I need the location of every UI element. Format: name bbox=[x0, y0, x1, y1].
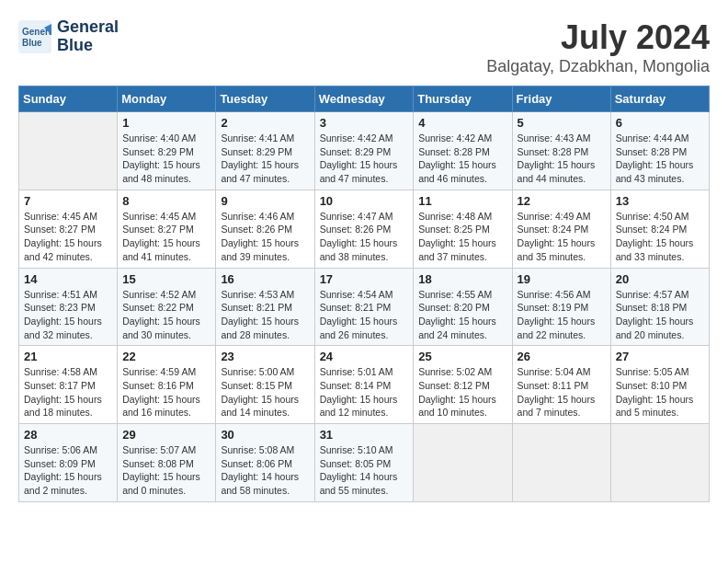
calendar-cell: 7Sunrise: 4:45 AM Sunset: 8:27 PM Daylig… bbox=[19, 190, 118, 268]
calendar-cell: 22Sunrise: 4:59 AM Sunset: 8:16 PM Dayli… bbox=[118, 346, 216, 424]
calendar-subtitle: Balgatay, Dzabkhan, Mongolia bbox=[486, 57, 710, 76]
calendar-cell bbox=[512, 424, 610, 502]
day-info: Sunrise: 4:50 AM Sunset: 8:24 PM Dayligh… bbox=[616, 210, 704, 264]
day-number: 10 bbox=[320, 194, 409, 208]
calendar-cell: 19Sunrise: 4:56 AM Sunset: 8:19 PM Dayli… bbox=[512, 268, 610, 346]
day-number: 15 bbox=[122, 272, 210, 286]
day-number: 18 bbox=[418, 272, 506, 286]
day-info: Sunrise: 4:42 AM Sunset: 8:28 PM Dayligh… bbox=[418, 132, 506, 186]
calendar-cell: 23Sunrise: 5:00 AM Sunset: 8:15 PM Dayli… bbox=[216, 346, 314, 424]
day-number: 11 bbox=[418, 194, 506, 208]
day-number: 7 bbox=[24, 194, 112, 208]
svg-rect-0 bbox=[18, 20, 51, 53]
day-number: 3 bbox=[320, 116, 409, 130]
day-info: Sunrise: 5:08 AM Sunset: 8:06 PM Dayligh… bbox=[221, 443, 309, 498]
calendar-week-1: 1Sunrise: 4:40 AM Sunset: 8:29 PM Daylig… bbox=[19, 112, 710, 190]
calendar-cell: 28Sunrise: 5:06 AM Sunset: 8:09 PM Dayli… bbox=[19, 424, 118, 502]
day-number: 4 bbox=[418, 116, 506, 130]
day-number: 8 bbox=[122, 194, 210, 208]
calendar-header: SundayMondayTuesdayWednesdayThursdayFrid… bbox=[19, 86, 710, 112]
calendar-cell: 29Sunrise: 5:07 AM Sunset: 8:08 PM Dayli… bbox=[118, 424, 216, 502]
calendar-cell bbox=[19, 112, 118, 190]
logo-icon: General Blue bbox=[18, 20, 51, 53]
logo: General Blue General Blue bbox=[18, 18, 119, 55]
day-info: Sunrise: 4:45 AM Sunset: 8:27 PM Dayligh… bbox=[122, 210, 210, 264]
day-info: Sunrise: 4:51 AM Sunset: 8:23 PM Dayligh… bbox=[24, 288, 112, 342]
day-number: 1 bbox=[122, 116, 210, 130]
calendar-body: 1Sunrise: 4:40 AM Sunset: 8:29 PM Daylig… bbox=[19, 112, 710, 502]
day-info: Sunrise: 5:10 AM Sunset: 8:05 PM Dayligh… bbox=[320, 443, 409, 498]
day-info: Sunrise: 5:01 AM Sunset: 8:14 PM Dayligh… bbox=[320, 365, 409, 419]
calendar-cell: 21Sunrise: 4:58 AM Sunset: 8:17 PM Dayli… bbox=[19, 346, 118, 424]
day-number: 17 bbox=[320, 272, 409, 286]
calendar-week-3: 14Sunrise: 4:51 AM Sunset: 8:23 PM Dayli… bbox=[19, 268, 710, 346]
day-header-friday: Friday bbox=[512, 86, 610, 112]
day-number: 16 bbox=[221, 272, 309, 286]
calendar-cell: 18Sunrise: 4:55 AM Sunset: 8:20 PM Dayli… bbox=[414, 268, 512, 346]
day-number: 25 bbox=[418, 350, 506, 363]
logo-text: General Blue bbox=[57, 18, 119, 55]
day-info: Sunrise: 5:06 AM Sunset: 8:09 PM Dayligh… bbox=[24, 443, 112, 498]
day-number: 30 bbox=[221, 428, 309, 442]
calendar-cell: 9Sunrise: 4:46 AM Sunset: 8:26 PM Daylig… bbox=[216, 190, 314, 268]
day-info: Sunrise: 4:54 AM Sunset: 8:21 PM Dayligh… bbox=[320, 288, 409, 342]
calendar-cell: 26Sunrise: 5:04 AM Sunset: 8:11 PM Dayli… bbox=[512, 346, 610, 424]
day-header-wednesday: Wednesday bbox=[314, 86, 414, 112]
day-info: Sunrise: 5:00 AM Sunset: 8:15 PM Dayligh… bbox=[221, 365, 309, 419]
calendar-cell: 3Sunrise: 4:42 AM Sunset: 8:29 PM Daylig… bbox=[314, 112, 414, 190]
calendar-cell: 14Sunrise: 4:51 AM Sunset: 8:23 PM Dayli… bbox=[19, 268, 118, 346]
calendar-cell: 5Sunrise: 4:43 AM Sunset: 8:28 PM Daylig… bbox=[512, 112, 610, 190]
day-number: 19 bbox=[518, 272, 606, 286]
day-number: 6 bbox=[616, 116, 704, 130]
day-info: Sunrise: 4:42 AM Sunset: 8:29 PM Dayligh… bbox=[320, 132, 409, 186]
day-number: 13 bbox=[616, 194, 704, 208]
calendar-cell: 1Sunrise: 4:40 AM Sunset: 8:29 PM Daylig… bbox=[118, 112, 216, 190]
day-info: Sunrise: 5:04 AM Sunset: 8:11 PM Dayligh… bbox=[518, 365, 606, 419]
day-number: 23 bbox=[221, 350, 309, 363]
calendar-cell: 10Sunrise: 4:47 AM Sunset: 8:26 PM Dayli… bbox=[314, 190, 414, 268]
day-number: 5 bbox=[518, 116, 606, 130]
day-info: Sunrise: 4:58 AM Sunset: 8:17 PM Dayligh… bbox=[24, 365, 112, 419]
day-number: 2 bbox=[221, 116, 309, 130]
day-header-sunday: Sunday bbox=[19, 86, 118, 112]
day-number: 21 bbox=[24, 350, 112, 363]
day-info: Sunrise: 4:53 AM Sunset: 8:21 PM Dayligh… bbox=[221, 288, 309, 342]
calendar-cell: 2Sunrise: 4:41 AM Sunset: 8:29 PM Daylig… bbox=[216, 112, 314, 190]
calendar-cell: 20Sunrise: 4:57 AM Sunset: 8:18 PM Dayli… bbox=[610, 268, 709, 346]
day-number: 31 bbox=[320, 428, 409, 442]
day-number: 29 bbox=[122, 428, 210, 442]
day-number: 20 bbox=[616, 272, 704, 286]
title-block: July 2024 Balgatay, Dzabkhan, Mongolia bbox=[486, 18, 710, 76]
day-info: Sunrise: 4:44 AM Sunset: 8:28 PM Dayligh… bbox=[616, 132, 704, 186]
calendar-cell bbox=[610, 424, 709, 502]
day-info: Sunrise: 4:48 AM Sunset: 8:25 PM Dayligh… bbox=[418, 210, 506, 264]
calendar-cell: 6Sunrise: 4:44 AM Sunset: 8:28 PM Daylig… bbox=[610, 112, 709, 190]
day-number: 27 bbox=[616, 350, 704, 363]
calendar-week-4: 21Sunrise: 4:58 AM Sunset: 8:17 PM Dayli… bbox=[19, 346, 710, 424]
day-number: 26 bbox=[518, 350, 606, 363]
calendar-week-2: 7Sunrise: 4:45 AM Sunset: 8:27 PM Daylig… bbox=[19, 190, 710, 268]
day-info: Sunrise: 5:02 AM Sunset: 8:12 PM Dayligh… bbox=[418, 365, 506, 419]
svg-text:Blue: Blue bbox=[22, 38, 42, 48]
calendar-cell: 12Sunrise: 4:49 AM Sunset: 8:24 PM Dayli… bbox=[512, 190, 610, 268]
calendar-cell: 15Sunrise: 4:52 AM Sunset: 8:22 PM Dayli… bbox=[118, 268, 216, 346]
calendar-cell: 27Sunrise: 5:05 AM Sunset: 8:10 PM Dayli… bbox=[610, 346, 709, 424]
calendar-cell: 8Sunrise: 4:45 AM Sunset: 8:27 PM Daylig… bbox=[118, 190, 216, 268]
day-info: Sunrise: 4:41 AM Sunset: 8:29 PM Dayligh… bbox=[221, 132, 309, 186]
calendar-cell: 17Sunrise: 4:54 AM Sunset: 8:21 PM Dayli… bbox=[314, 268, 414, 346]
day-number: 22 bbox=[122, 350, 210, 363]
calendar-title: July 2024 bbox=[486, 18, 710, 57]
day-number: 14 bbox=[24, 272, 112, 286]
calendar-cell: 24Sunrise: 5:01 AM Sunset: 8:14 PM Dayli… bbox=[314, 346, 414, 424]
day-number: 9 bbox=[221, 194, 309, 208]
day-header-thursday: Thursday bbox=[414, 86, 512, 112]
day-info: Sunrise: 4:40 AM Sunset: 8:29 PM Dayligh… bbox=[122, 132, 210, 186]
day-info: Sunrise: 4:52 AM Sunset: 8:22 PM Dayligh… bbox=[122, 288, 210, 342]
day-info: Sunrise: 4:55 AM Sunset: 8:20 PM Dayligh… bbox=[418, 288, 506, 342]
day-info: Sunrise: 4:46 AM Sunset: 8:26 PM Dayligh… bbox=[221, 210, 309, 264]
day-info: Sunrise: 4:57 AM Sunset: 8:18 PM Dayligh… bbox=[616, 288, 704, 342]
day-info: Sunrise: 4:47 AM Sunset: 8:26 PM Dayligh… bbox=[320, 210, 409, 264]
day-info: Sunrise: 4:45 AM Sunset: 8:27 PM Dayligh… bbox=[24, 210, 112, 264]
page-header: General Blue General Blue July 2024 Balg… bbox=[18, 18, 710, 76]
calendar-table: SundayMondayTuesdayWednesdayThursdayFrid… bbox=[18, 86, 710, 502]
